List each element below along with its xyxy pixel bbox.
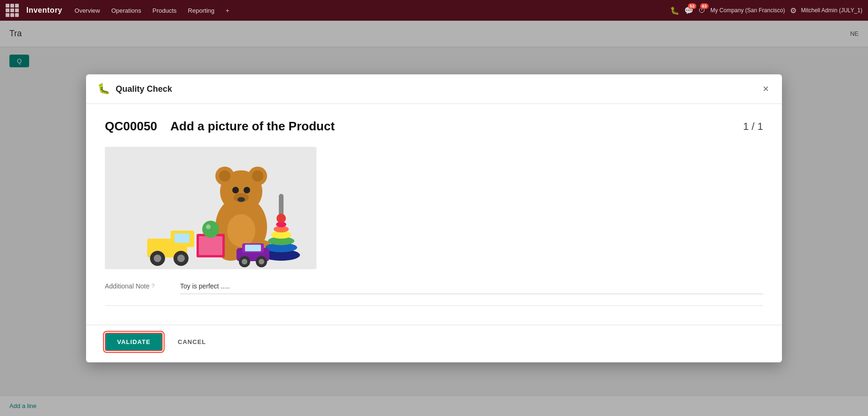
close-button[interactable]: ×: [761, 82, 771, 96]
nav-overview[interactable]: Overview: [70, 4, 105, 17]
settings-icon[interactable]: ⚙: [790, 6, 797, 15]
help-icon[interactable]: ?: [151, 283, 155, 289]
svg-point-7: [232, 187, 239, 193]
topbar-nav: Overview Operations Products Reporting +: [70, 4, 663, 17]
modal-header: 🐛 Quality Check ×: [86, 74, 782, 104]
chat-icon[interactable]: 💬 53: [684, 6, 694, 15]
svg-point-30: [177, 255, 185, 262]
nav-operations[interactable]: Operations: [107, 4, 146, 17]
svg-rect-37: [245, 245, 261, 251]
additional-note-row: Additional Note ?: [105, 280, 763, 298]
svg-point-23: [276, 214, 286, 223]
nav-add[interactable]: +: [221, 4, 234, 17]
validate-button[interactable]: VALIDATE: [105, 333, 163, 351]
modal-footer: VALIDATE CANCEL: [86, 325, 782, 362]
modal-overlay: 🐛 Quality Check × QC00050 Add a picture …: [0, 21, 868, 416]
svg-point-10: [237, 197, 245, 202]
bug-icon[interactable]: 🐛: [670, 6, 679, 15]
additional-note-input[interactable]: [180, 280, 763, 292]
topbar: Inventory Overview Operations Products R…: [0, 0, 868, 21]
chat-badge: 53: [688, 3, 696, 9]
company-selector[interactable]: My Company (San Francisco): [710, 7, 785, 14]
modal-title: Quality Check: [116, 84, 761, 94]
product-image: [105, 147, 316, 269]
topbar-right: 🐛 💬 53 ⏱ 63 My Company (San Francisco) ⚙…: [670, 6, 862, 15]
modal-body: QC00050 Add a picture of the Product 1 /…: [86, 104, 782, 325]
svg-point-11: [227, 214, 255, 247]
svg-rect-26: [174, 233, 189, 243]
body-divider: [105, 305, 763, 306]
qc-id: QC00050: [105, 119, 157, 133]
activity-badge: 63: [700, 3, 709, 9]
app-switcher[interactable]: [6, 4, 19, 17]
svg-point-4: [219, 170, 230, 182]
svg-point-41: [259, 259, 264, 264]
user-menu[interactable]: Mitchell Admin (JULY_1): [801, 7, 863, 14]
qc-counter: 1 / 1: [743, 120, 763, 133]
qc-title-row: QC00050 Add a picture of the Product 1 /…: [105, 119, 763, 134]
svg-point-6: [252, 170, 263, 182]
modal-icon: 🐛: [97, 83, 110, 95]
svg-point-33: [202, 221, 219, 238]
nav-reporting[interactable]: Reporting: [183, 4, 219, 17]
qc-full-title: QC00050 Add a picture of the Product: [105, 119, 335, 134]
svg-rect-32: [199, 236, 222, 255]
quality-check-modal: 🐛 Quality Check × QC00050 Add a picture …: [86, 74, 782, 362]
cancel-button[interactable]: CANCEL: [170, 334, 213, 350]
svg-point-34: [206, 224, 211, 229]
additional-note-label: Additional Note ?: [105, 280, 180, 290]
nav-products[interactable]: Products: [148, 4, 181, 17]
svg-point-39: [242, 259, 247, 264]
additional-note-wrapper: [180, 280, 763, 294]
activity-icon[interactable]: ⏱ 63: [698, 6, 706, 15]
svg-point-8: [244, 187, 250, 193]
app-brand[interactable]: Inventory: [26, 6, 63, 15]
product-image-container[interactable]: [105, 147, 316, 269]
qc-name: Add a picture of the Product: [170, 119, 335, 133]
svg-point-28: [154, 255, 161, 262]
